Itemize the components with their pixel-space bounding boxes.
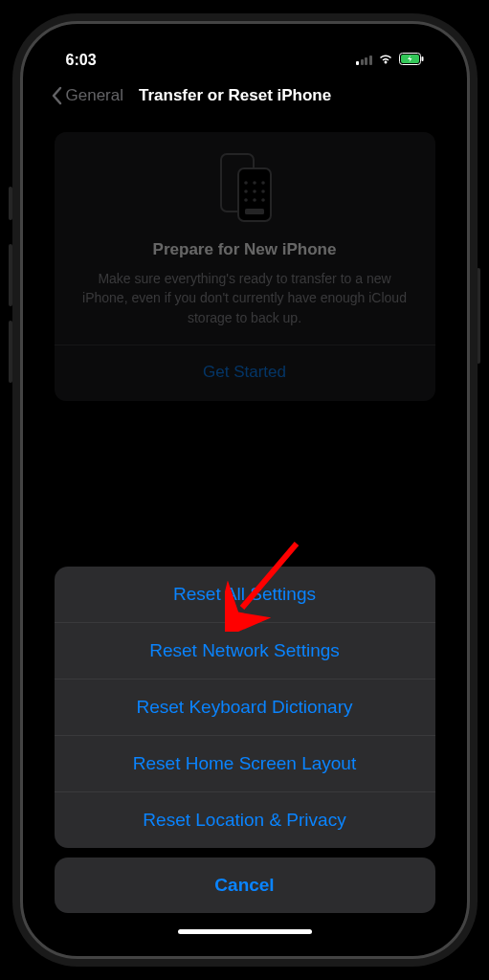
action-sheet: Reset All Settings Reset Network Setting… <box>55 567 435 913</box>
volume-up-button <box>9 244 12 306</box>
svg-rect-14 <box>245 209 264 214</box>
svg-point-10 <box>261 189 265 193</box>
status-time: 6:03 <box>66 52 97 69</box>
volume-switch <box>9 187 12 220</box>
screen: 6:03 <box>37 38 453 942</box>
reset-options-group: Reset All Settings Reset Network Setting… <box>55 567 435 848</box>
reset-keyboard-dictionary-button[interactable]: Reset Keyboard Dictionary <box>55 679 435 736</box>
volume-down-button <box>9 321 12 383</box>
reset-location-privacy-button[interactable]: Reset Location & Privacy <box>55 792 435 848</box>
chevron-left-icon <box>51 86 62 105</box>
status-indicators <box>356 52 424 69</box>
prepare-card: Prepare for New iPhone Make sure everyth… <box>55 132 435 401</box>
reset-network-settings-button[interactable]: Reset Network Settings <box>55 623 435 679</box>
cellular-signal-icon <box>356 56 372 65</box>
back-button[interactable]: General <box>51 86 123 105</box>
power-button <box>477 268 480 364</box>
navigation-bar: General Transfer or Reset iPhone <box>37 77 453 115</box>
divider <box>55 345 435 345</box>
home-indicator[interactable] <box>178 929 312 934</box>
svg-point-6 <box>253 181 256 185</box>
svg-point-11 <box>244 198 248 202</box>
svg-point-13 <box>261 198 265 202</box>
reset-home-screen-layout-button[interactable]: Reset Home Screen Layout <box>55 736 435 792</box>
svg-point-12 <box>253 198 256 202</box>
back-label: General <box>66 86 123 105</box>
phones-transfer-icon <box>74 151 416 223</box>
reset-all-settings-button[interactable]: Reset All Settings <box>55 567 435 623</box>
status-bar: 6:03 <box>37 38 453 77</box>
svg-point-7 <box>261 181 265 185</box>
cancel-button[interactable]: Cancel <box>55 858 435 913</box>
content-area: Prepare for New iPhone Make sure everyth… <box>37 115 453 942</box>
phone-frame: 6:03 <box>20 21 470 959</box>
svg-point-8 <box>244 189 248 193</box>
svg-point-9 <box>253 189 256 193</box>
prepare-description: Make sure everything's ready to transfer… <box>74 269 416 327</box>
wifi-icon <box>378 52 393 69</box>
prepare-title: Prepare for New iPhone <box>74 240 416 259</box>
svg-point-5 <box>244 181 248 185</box>
page-title: Transfer or Reset iPhone <box>139 86 331 105</box>
get-started-button[interactable]: Get Started <box>74 363 416 382</box>
battery-charging-icon <box>399 52 424 69</box>
svg-rect-2 <box>421 56 423 61</box>
